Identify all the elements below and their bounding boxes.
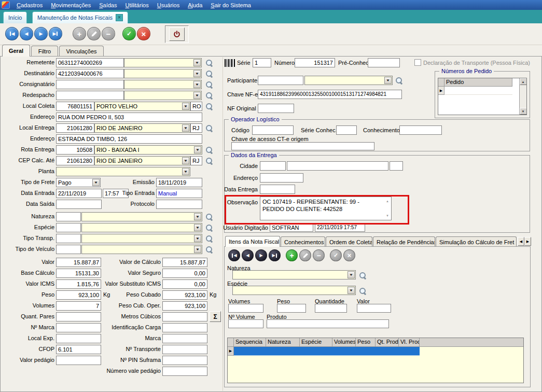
dropdown-icon[interactable]: ▼: [194, 246, 201, 253]
edit-button[interactable]: [87, 27, 101, 40]
tipo-veiculo-combo[interactable]: ▼: [81, 245, 202, 254]
col-qt-prod[interactable]: Qt. Prod.: [376, 338, 399, 347]
tipo-entrada-field[interactable]: Manual: [156, 189, 202, 198]
tipo-veiculo-search-icon[interactable]: [205, 245, 213, 254]
tipo-transp-search-icon[interactable]: [205, 234, 213, 243]
tab-vinculacoes[interactable]: Vinculações: [59, 46, 104, 57]
dropdown-icon[interactable]: ▼: [194, 224, 201, 231]
numero-field[interactable]: 151317: [295, 58, 335, 67]
last-record-button[interactable]: ▶: [49, 27, 62, 40]
obs-scroll-up-icon[interactable]: ▲: [386, 198, 389, 205]
marca-field[interactable]: [162, 334, 207, 343]
pedidos-scrollbar[interactable]: ▲ ▼: [519, 78, 526, 115]
cep-calc-uf-field[interactable]: RJ: [190, 156, 202, 165]
especie-code-field[interactable]: [56, 223, 81, 232]
tab-conhecimentos[interactable]: Conhecimentos: [281, 236, 325, 247]
dropdown-icon[interactable]: ▼: [194, 213, 201, 220]
next-record-button[interactable]: ▶: [34, 27, 48, 40]
col-natureza[interactable]: Natureza: [266, 338, 300, 347]
itens-last-button[interactable]: ▶: [269, 249, 281, 261]
itens-produto-field[interactable]: [267, 319, 389, 328]
dropdown-icon[interactable]: ▼: [182, 157, 189, 164]
exit-system-button[interactable]: [169, 27, 185, 41]
ident-carga-field[interactable]: [162, 323, 207, 332]
serie-conhec-field[interactable]: [336, 125, 357, 135]
dropdown-icon[interactable]: ▼: [348, 271, 355, 278]
dropdown-icon[interactable]: ▼: [384, 77, 392, 84]
redespacho-code-field[interactable]: [56, 91, 124, 100]
itens-natureza-combo[interactable]: ▼: [232, 270, 356, 279]
especie-combo[interactable]: ▼: [81, 223, 202, 232]
itens-cancel-button[interactable]: ×: [343, 249, 355, 261]
menu-item-usuarios[interactable]: Usuários: [153, 1, 184, 9]
itens-edit-button[interactable]: [299, 249, 311, 261]
valor-seguro-field[interactable]: 0,00: [162, 269, 207, 278]
itens-add-button[interactable]: +: [286, 249, 298, 261]
itens-confirm-button[interactable]: ✓: [330, 249, 342, 261]
menu-item-saidas[interactable]: Saídas: [95, 1, 121, 9]
cidade-code-field[interactable]: [260, 161, 286, 171]
itens-especie-combo[interactable]: ▼: [232, 286, 356, 295]
natureza-search-icon[interactable]: [205, 213, 213, 221]
dropdown-icon[interactable]: ▼: [193, 92, 201, 99]
dropdown-icon[interactable]: ▼: [182, 103, 189, 110]
rota-code-field[interactable]: 10508: [56, 145, 94, 155]
local-coleta-cep-field[interactable]: 76801151: [56, 102, 94, 111]
observacao-scroll[interactable]: ▲▼: [384, 198, 391, 219]
menu-item-utilitarios[interactable]: Utilitários: [121, 1, 152, 9]
selected-row[interactable]: [234, 347, 420, 356]
destinatario-search-icon[interactable]: [205, 69, 213, 78]
natureza-combo[interactable]: ▼: [81, 212, 202, 221]
local-entrega-uf-field[interactable]: RJ: [190, 123, 202, 133]
itens-delete-button[interactable]: −: [313, 249, 325, 261]
menu-item-cadastros[interactable]: Cadastros: [12, 1, 47, 9]
confirm-button[interactable]: ✓: [122, 27, 136, 40]
cancel-button[interactable]: ×: [137, 27, 150, 40]
prev-record-button[interactable]: ◀: [20, 27, 33, 40]
itens-first-button[interactable]: ◀: [228, 249, 240, 261]
add-button[interactable]: +: [73, 27, 86, 40]
participante-search-icon[interactable]: [395, 76, 403, 85]
close-tab-icon[interactable]: ×: [116, 14, 123, 21]
local-entrega-cep-field[interactable]: 21061280: [56, 123, 94, 133]
cep-calc-city-combo[interactable]: RIO DE JANEIRO▼: [94, 156, 190, 165]
rota-combo[interactable]: RIO - BAIXADA I▼: [94, 145, 202, 155]
menu-item-ajuda[interactable]: Ajuda: [184, 1, 206, 9]
tab-inicio[interactable]: Início: [3, 11, 27, 23]
planta-combo[interactable]: ▼: [56, 167, 190, 176]
peso-cubado-field[interactable]: 923,100: [162, 290, 207, 300]
dropdown-icon[interactable]: ▼: [194, 146, 201, 153]
cep-calc-field[interactable]: 21061280: [56, 156, 94, 165]
tab-scroll-left-icon[interactable]: ◀: [518, 237, 524, 246]
local-entrega-city-combo[interactable]: RIO DE JANEIRO▼: [94, 123, 190, 133]
consignatario-code-field[interactable]: [56, 80, 124, 89]
itens-natureza-search-icon[interactable]: [358, 271, 367, 279]
consignatario-combo[interactable]: ▼: [124, 80, 202, 89]
tipo-veiculo-code-field[interactable]: [56, 245, 81, 254]
dropdown-icon[interactable]: ▼: [182, 124, 189, 132]
menu-item-sair[interactable]: Sair do Sistema: [206, 1, 255, 9]
tab-manutencao-notas-fiscais[interactable]: Manutenção de Notas Fiscais ×: [32, 11, 128, 23]
dropdown-icon[interactable]: ▼: [193, 81, 201, 88]
participante-code-field[interactable]: [258, 76, 303, 85]
endereco-coleta-field[interactable]: RUA DOM PEDRO II, 503: [56, 113, 202, 122]
menu-item-movimentacoes[interactable]: Movimentações: [47, 1, 95, 9]
cep-calc-search-icon[interactable]: [205, 157, 213, 165]
conhecimento-field[interactable]: [399, 125, 442, 135]
col-vl-prod[interactable]: Vl. Prod.: [399, 338, 420, 347]
natureza-code-field[interactable]: [56, 212, 81, 221]
valor-subst-field[interactable]: 0,00: [162, 279, 207, 289]
tab-simulacao-calculo-frete[interactable]: Simulação do Cálculo de Fret: [436, 236, 517, 247]
cidade-uf-field[interactable]: [390, 161, 403, 171]
dropdown-icon[interactable]: ▼: [193, 70, 201, 77]
chave-cte-field[interactable]: [231, 142, 374, 150]
remetente-search-icon[interactable]: [205, 59, 213, 67]
rota-search-icon[interactable]: [205, 146, 213, 154]
dropdown-icon[interactable]: ▼: [182, 168, 189, 175]
emissao-field[interactable]: 18/11/2019: [156, 178, 202, 187]
serie-field[interactable]: 1: [253, 58, 271, 67]
redespacho-search-icon[interactable]: [205, 91, 213, 100]
pedidos-grid[interactable]: Pedido ▶ ▲ ▼: [438, 78, 527, 115]
cidade-name-field[interactable]: [287, 161, 388, 171]
redespacho-combo[interactable]: ▼: [124, 91, 202, 100]
